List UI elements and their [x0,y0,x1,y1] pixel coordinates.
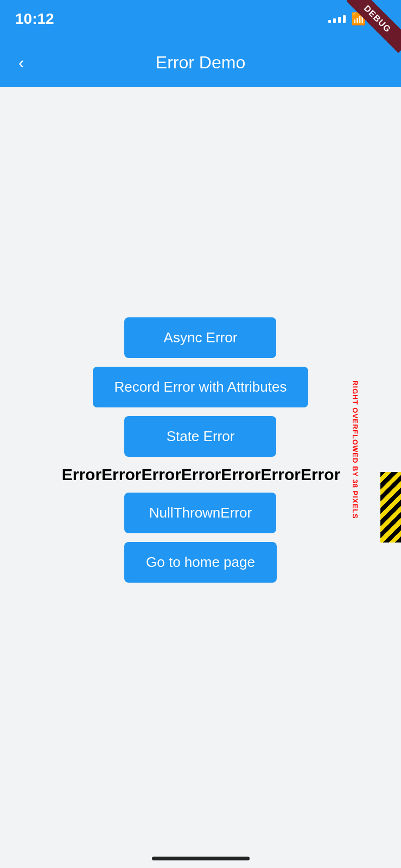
overflow-indicator [380,472,401,542]
go-home-button[interactable]: Go to home page [124,542,277,583]
overflow-stripes [380,472,401,542]
state-error-button[interactable]: State Error [124,416,276,457]
app-bar: ‹ Error Demo [0,38,401,87]
page-title: Error Demo [156,53,245,73]
debug-badge: DEBUG [347,0,401,54]
buttons-section: Async Error Record Error with Attributes… [61,317,341,591]
back-button[interactable]: ‹ [13,47,30,78]
home-indicator [152,857,250,860]
null-thrown-error-button[interactable]: NullThrownError [124,493,276,533]
error-overflow-text: ErrorErrorErrorErrorErrorErrorError [61,465,341,484]
status-bar: 10:12 📶 🔋 [0,0,401,38]
debug-label: DEBUG [347,0,401,53]
signal-dots-icon [328,15,346,23]
async-error-button[interactable]: Async Error [124,317,276,358]
content-area: Async Error Record Error with Attributes… [0,87,401,868]
record-error-button[interactable]: Record Error with Attributes [93,367,309,407]
overflow-label: RIGHT OVERFLOWED BY 38 PIXELS [351,380,360,519]
status-time: 10:12 [15,10,54,28]
